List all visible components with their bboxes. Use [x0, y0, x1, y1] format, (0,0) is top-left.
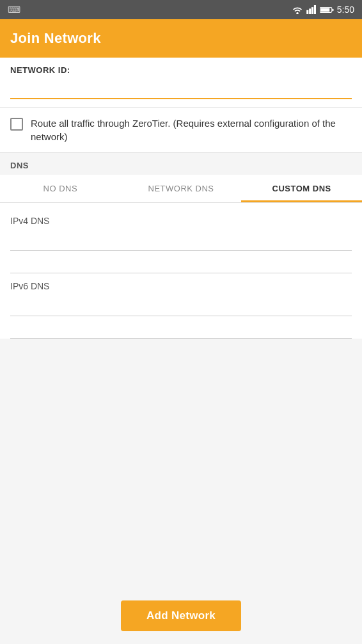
route-checkbox[interactable]	[10, 118, 23, 131]
svg-rect-5	[320, 8, 329, 12]
keyboard-icon: ⌨	[8, 4, 20, 15]
tab-no-dns[interactable]: NO DNS	[0, 175, 121, 202]
tab-network-dns[interactable]: NETWORK DNS	[121, 175, 242, 202]
ipv6-dns-input-1[interactable]	[10, 294, 352, 316]
route-checkbox-label: Route all traffic through ZeroTier. (Req…	[31, 117, 352, 143]
network-id-label: NETWORK ID:	[10, 65, 352, 75]
dns-tabs: NO DNS NETWORK DNS CUSTOM DNS	[0, 175, 362, 203]
status-time: 5:50	[337, 4, 354, 15]
status-icons: 5:50	[292, 4, 354, 15]
ipv4-dns-input-2[interactable]	[10, 251, 352, 273]
dns-section-label: DNS	[10, 161, 29, 170]
ipv6-dns-label: IPv6 DNS	[10, 281, 352, 291]
ipv6-dns-input-2[interactable]	[10, 316, 352, 339]
ipv4-dns-input-1[interactable]	[10, 229, 352, 251]
dns-header: DNS	[0, 153, 362, 175]
svg-rect-3	[314, 5, 316, 14]
network-id-section: NETWORK ID:	[0, 58, 362, 108]
add-network-button[interactable]: Add Network	[121, 600, 241, 631]
network-id-input[interactable]	[10, 79, 352, 99]
ipv4-dns-label: IPv4 DNS	[10, 216, 352, 226]
dns-fields: IPv4 DNS IPv6 DNS	[0, 203, 362, 339]
battery-icon	[320, 6, 334, 14]
bottom-area: Add Network	[0, 600, 362, 631]
svg-rect-6	[332, 8, 333, 10]
content: NETWORK ID: Route all traffic through Ze…	[0, 58, 362, 339]
svg-rect-0	[306, 10, 308, 14]
wifi-icon	[292, 5, 303, 14]
svg-rect-1	[309, 8, 311, 14]
status-bar: ⌨ 5:50	[0, 0, 362, 19]
tab-custom-dns[interactable]: CUSTOM DNS	[241, 175, 362, 202]
svg-rect-2	[311, 7, 313, 14]
page-title: Join Network	[10, 30, 101, 47]
route-checkbox-row[interactable]: Route all traffic through ZeroTier. (Req…	[0, 108, 362, 153]
ipv6-dns-group: IPv6 DNS	[10, 281, 352, 339]
header: Join Network	[0, 19, 362, 58]
ipv4-dns-group: IPv4 DNS	[10, 216, 352, 273]
signal-icon	[306, 5, 317, 14]
